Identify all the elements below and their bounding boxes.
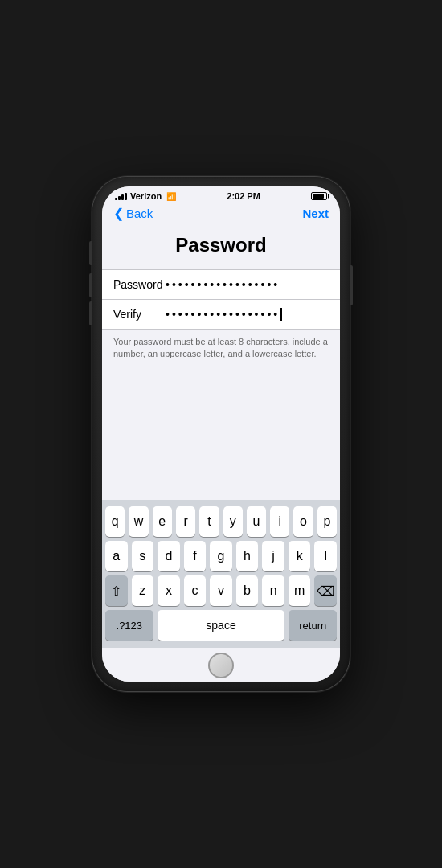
wifi-icon: 📶 [166,192,176,201]
key-j[interactable]: j [262,541,284,571]
verify-dots: •••••••••••••••••• [166,308,280,321]
keyboard-row-3: ⇧ z x c v b n m ⌫ [105,575,337,606]
status-bar: Verizon 📶 2:02 PM [102,186,340,203]
text-cursor [280,308,282,321]
key-i[interactable]: i [270,506,289,537]
key-k[interactable]: k [289,541,311,571]
phone-screen: Verizon 📶 2:02 PM ❮ Back Next Password [102,186,340,682]
verify-input[interactable]: •••••••••••••••••• [166,308,329,321]
key-e[interactable]: e [153,506,172,537]
key-m[interactable]: m [289,575,311,606]
key-d[interactable]: d [158,541,180,571]
back-label: Back [126,207,153,220]
page-title: Password [102,234,340,256]
carrier-name: Verizon [130,191,162,201]
home-button-area [102,648,340,682]
phone-device: Verizon 📶 2:02 PM ❮ Back Next Password [92,177,350,691]
key-delete[interactable]: ⌫ [314,575,337,606]
back-button[interactable]: ❮ Back [113,206,153,221]
signal-bar-4 [125,193,127,200]
key-c[interactable]: c [184,575,207,606]
signal-bars-icon [115,192,127,200]
main-content: Password Password •••••••••••••••••• Ver… [102,227,340,500]
back-chevron-icon: ❮ [113,206,124,221]
key-t[interactable]: t [199,506,219,537]
key-x[interactable]: x [158,575,180,606]
password-label: Password [113,278,166,291]
spacer [102,367,340,500]
keyboard: q w e r t y u i o p a s d f g h j k [102,500,340,648]
keyboard-row-bottom: .?123 space return [105,610,337,641]
status-right [311,192,327,200]
battery-fill [313,194,324,199]
nav-bar: ❮ Back Next [102,203,340,227]
key-p[interactable]: p [317,506,337,537]
status-time: 2:02 PM [227,191,260,201]
key-g[interactable]: g [210,541,232,571]
signal-bar-3 [121,194,124,200]
key-s[interactable]: s [132,541,154,571]
key-a[interactable]: a [105,541,128,571]
key-v[interactable]: v [210,575,232,606]
password-dots: •••••••••••••••••• [166,278,280,291]
key-return[interactable]: return [289,610,337,641]
key-r[interactable]: r [176,506,195,537]
form-section: Password •••••••••••••••••• Verify •••••… [102,269,340,330]
keyboard-row-2: a s d f g h j k l [105,541,337,571]
keyboard-row-1: q w e r t y u i o p [105,506,337,537]
key-numbers[interactable]: .?123 [105,610,153,641]
battery-icon [311,192,327,200]
key-u[interactable]: u [247,506,266,537]
status-left: Verizon 📶 [115,191,176,201]
key-z[interactable]: z [132,575,154,606]
key-o[interactable]: o [293,506,313,537]
password-row: Password •••••••••••••••••• [102,270,340,300]
key-h[interactable]: h [236,541,259,571]
verify-row: Verify •••••••••••••••••• [102,300,340,329]
home-button[interactable] [208,653,234,678]
key-space[interactable]: space [158,610,285,641]
key-q[interactable]: q [105,506,125,537]
key-y[interactable]: y [223,506,243,537]
key-l[interactable]: l [314,541,337,571]
key-b[interactable]: b [236,575,259,606]
signal-bar-1 [115,198,117,200]
verify-label: Verify [113,308,166,321]
signal-bar-2 [118,196,121,200]
password-input[interactable]: •••••••••••••••••• [166,278,329,291]
password-hint: Your password must be at least 8 charact… [102,330,340,367]
key-shift[interactable]: ⇧ [105,575,128,606]
key-n[interactable]: n [262,575,284,606]
key-w[interactable]: w [129,506,148,537]
next-button[interactable]: Next [302,207,329,220]
key-f[interactable]: f [184,541,207,571]
